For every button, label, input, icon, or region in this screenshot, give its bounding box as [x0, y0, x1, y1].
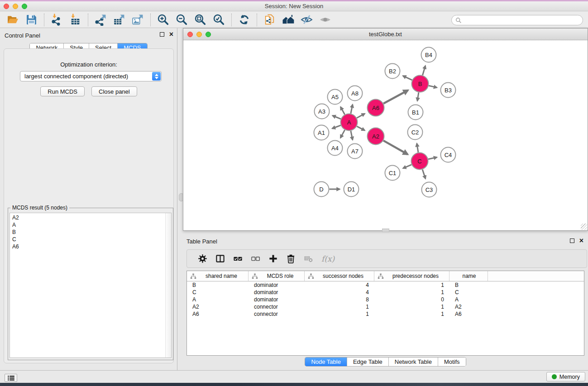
graph-edge-A-A8[interactable] [351, 105, 353, 114]
column-header-name[interactable]: name [449, 271, 488, 281]
column-header-successor-nodes[interactable]: successor nodes [305, 271, 374, 281]
graph-node-A[interactable]: A [341, 114, 358, 131]
tab-motifs[interactable]: Motifs [438, 357, 466, 366]
add-button[interactable] [268, 254, 278, 263]
graph-node-A6[interactable]: A6 [368, 100, 384, 116]
graph-node-A8[interactable]: A8 [348, 86, 363, 101]
task-history-button[interactable] [5, 374, 17, 382]
save-button[interactable] [25, 14, 38, 26]
graph-node-D1[interactable]: D1 [344, 182, 359, 197]
houses-button[interactable] [282, 14, 294, 26]
float-table-panel-icon[interactable] [570, 238, 574, 243]
graph-edge-A-A7[interactable] [351, 131, 353, 140]
mcds-result-item[interactable]: A [12, 221, 164, 229]
mcds-result-item[interactable]: A2 [12, 214, 164, 221]
trash-button[interactable] [286, 254, 296, 263]
column-header-shared-name[interactable]: shared name [187, 271, 249, 281]
dropdown-stepper-icon[interactable] [152, 72, 161, 81]
mcds-result-item[interactable]: B [12, 229, 164, 236]
graph-node-A4[interactable]: A4 [328, 141, 343, 156]
graph-edge-A2-C[interactable] [383, 141, 408, 154]
column-header-mcds-role[interactable]: MCDS role [249, 271, 305, 281]
tab-node-table[interactable]: Node Table [305, 357, 347, 366]
network-window-titlebar[interactable]: testGlobe.txt [183, 29, 588, 40]
graph-edge-A-A2[interactable] [357, 126, 364, 130]
graph-node-C4[interactable]: C4 [441, 148, 456, 162]
close-panel-icon[interactable] [169, 32, 173, 37]
graph-edge-A-A5[interactable] [340, 107, 344, 114]
close-table-panel-icon[interactable] [579, 238, 583, 243]
graph-edge-A6-B[interactable] [383, 91, 408, 104]
clone-doc-button[interactable] [263, 14, 276, 26]
graph-node-B3[interactable]: B3 [441, 83, 456, 98]
run-mcds-button[interactable]: Run MCDS [40, 86, 85, 96]
eye-slash-button[interactable] [301, 14, 313, 26]
graph-node-A3[interactable]: A3 [315, 104, 330, 119]
tab-network-table[interactable]: Network Table [388, 357, 438, 366]
import-network-button[interactable] [51, 14, 63, 26]
graph-edge-B-B4[interactable] [423, 66, 425, 75]
export-table-button[interactable] [113, 14, 125, 26]
graph-edge-C-C1[interactable] [403, 165, 411, 168]
eye-button[interactable] [319, 14, 331, 26]
window-resize-grip[interactable] [581, 224, 587, 230]
graph-edge-C-C2[interactable] [417, 143, 418, 152]
graph-node-D[interactable]: D [314, 182, 329, 197]
graph-edge-B-B1[interactable] [417, 92, 419, 101]
optimization-criterion-dropdown[interactable]: largest connected component (directed) [20, 71, 162, 81]
memory-button[interactable]: Memory [546, 372, 585, 381]
table-row[interactable]: Adominator80A [187, 296, 584, 303]
graph-edge-A-A1[interactable] [332, 125, 341, 129]
open-folder-button[interactable] [7, 14, 19, 26]
zoom-fit-button[interactable] [194, 14, 206, 26]
mcds-result-item[interactable]: C [12, 236, 164, 243]
fx-button[interactable]: f(x) [321, 254, 335, 263]
graph-node-A7[interactable]: A7 [348, 144, 363, 159]
graph-edge-A-A4[interactable] [340, 130, 345, 138]
graph-edge-A-A6[interactable] [357, 114, 365, 118]
export-image-button[interactable] [132, 14, 144, 26]
tab-edge-table[interactable]: Edge Table [347, 357, 388, 366]
list-scrollbar[interactable] [165, 213, 171, 357]
graph-edge-B-B3[interactable] [429, 86, 437, 87]
columns-button[interactable] [215, 254, 225, 263]
mcds-result-item[interactable]: A6 [12, 243, 164, 250]
refresh-button[interactable] [238, 14, 250, 26]
table-row[interactable]: Cdominator41C [187, 289, 584, 296]
graph-edge-C-C3[interactable] [422, 170, 425, 179]
graph-node-B4[interactable]: B4 [421, 48, 436, 62]
gear-button[interactable] [198, 254, 207, 263]
deselect-all-button[interactable] [251, 254, 260, 263]
delete-table-button[interactable] [304, 254, 313, 263]
graph-node-B[interactable]: B [412, 76, 429, 92]
column-header-predecessor-nodes[interactable]: predecessor nodes [374, 271, 449, 281]
table-row[interactable]: A2connector11A2 [187, 303, 584, 310]
table-row[interactable]: A6connector11A6 [187, 310, 584, 318]
graph-edge-C-C4[interactable] [428, 157, 437, 159]
network-canvas[interactable]: ABCA2A6A1A3A4A5A7A8B1B2B3B4C1C2C3C4DD1 [183, 40, 588, 230]
zoom-selected-button[interactable] [213, 14, 225, 26]
network-horizontal-scrollbar[interactable] [382, 229, 389, 232]
graph-node-A5[interactable]: A5 [328, 90, 343, 105]
graph-node-C2[interactable]: C2 [408, 125, 423, 140]
table-row[interactable]: Bdominator41B [187, 281, 584, 289]
select-all-button[interactable] [233, 254, 243, 263]
graph-node-B1[interactable]: B1 [408, 105, 423, 120]
import-table-button[interactable] [69, 14, 81, 26]
graph-node-C1[interactable]: C1 [385, 166, 400, 181]
graph-node-C3[interactable]: C3 [422, 182, 437, 197]
graph-edge-B-B2[interactable] [403, 76, 412, 80]
search-box[interactable] [451, 15, 583, 25]
zoom-out-button[interactable] [176, 14, 188, 26]
graph-edge-A-A3[interactable] [333, 116, 341, 119]
graph-node-A2[interactable]: A2 [368, 128, 384, 145]
zoom-in-button[interactable] [157, 14, 169, 26]
graph-node-B2[interactable]: B2 [385, 64, 400, 79]
network-desktop-area: testGlobe.txt ABCA2A6A1A3A4A5A7A8B1B2B3B… [177, 28, 588, 370]
search-input[interactable] [464, 17, 579, 24]
float-panel-icon[interactable] [160, 32, 164, 37]
close-panel-button[interactable]: Close panel [91, 86, 137, 96]
export-network-button[interactable] [95, 14, 107, 26]
graph-node-A1[interactable]: A1 [314, 125, 329, 140]
graph-node-C[interactable]: C [411, 153, 428, 170]
